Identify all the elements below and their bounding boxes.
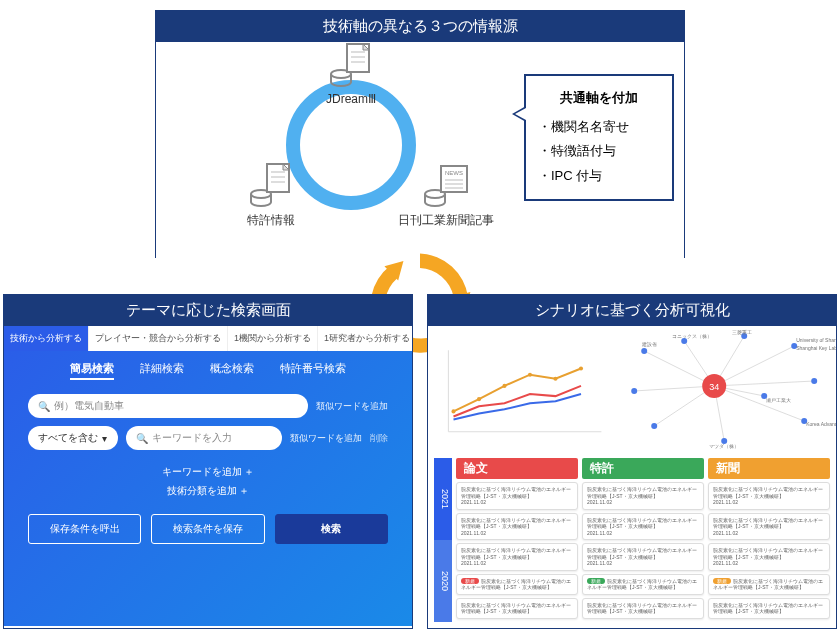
result-card[interactable]: 脱炭素化に基づく海洋リチウム電池のエネルギー管理戦略【J-ST・京大機械研】20… [582, 513, 704, 541]
callout-title: 共通軸を付加 [538, 86, 660, 111]
analysis-tabs: 技術から分析する プレイヤー・競合から分析する 1機関から分析する 1研究者から… [4, 326, 412, 351]
svg-point-19 [477, 397, 481, 401]
result-card[interactable]: 脱炭素化に基づく海洋リチウム電池のエネルギー管理戦略【J-ST・京大機械研】20… [708, 482, 830, 510]
placeholder: 例）電気自動車 [54, 399, 124, 413]
result-card[interactable]: 新規脱炭素化に基づく海洋リチウム電池のエネルギー管理戦略【J-ST・京大機械研】 [708, 574, 830, 595]
svg-text:三菱重工: 三菱重工 [732, 329, 752, 335]
cat-header-news: 新聞 [708, 458, 830, 479]
callout-item: ・IPC 付与 [538, 164, 660, 189]
svg-point-23 [579, 367, 583, 371]
db-jdream-label: JDreamⅢ [316, 92, 386, 106]
col-news: 新聞 脱炭素化に基づく海洋リチウム電池のエネルギー管理戦略【J-ST・京大機械研… [708, 458, 830, 622]
line-chart [428, 326, 612, 456]
callout-item: ・機関名名寄せ [538, 115, 660, 140]
search-ui: 技術から分析する プレイヤー・競合から分析する 1機関から分析する 1研究者から… [4, 326, 412, 626]
sources-title: 技術軸の異なる３つの情報源 [156, 11, 684, 42]
result-cards: 2021 2020 論文 脱炭素化に基づく海洋リチウム電池のエネルギー管理戦略【… [434, 458, 830, 622]
result-card[interactable]: 脱炭素化に基づく海洋リチウム電池のエネルギー管理戦略【J-ST・京大機械研】20… [456, 543, 578, 571]
tab-researcher[interactable]: 1研究者から分析する [318, 326, 412, 351]
svg-point-20 [502, 384, 506, 388]
keyword-input-1[interactable]: 🔍 例）電気自動車 [28, 394, 308, 418]
charts-area: 34 University of Shanghai for Science Sh… [428, 326, 836, 456]
center-node-label: 34 [709, 382, 719, 392]
result-card[interactable]: 脱炭素化に基づく海洋リチウム電池のエネルギー管理戦略【J-ST・京大機械研】20… [708, 543, 830, 571]
svg-text:コニックス（株）: コニックス（株） [672, 333, 712, 339]
sources-body: JDreamⅢ 特許情報 NEWS 日刊工業新聞記事 共 [156, 42, 684, 258]
subtab-patentno[interactable]: 特許番号検索 [280, 361, 346, 380]
db-patent: 特許情報 [231, 160, 311, 229]
db-jdream: JDreamⅢ [316, 40, 386, 106]
subtab-simple[interactable]: 簡易検索 [70, 361, 114, 380]
result-card[interactable]: 脱炭素化に基づく海洋リチウム電池のエネルギー管理戦略【J-ST・京大機械研】 [582, 598, 704, 619]
cat-header-papers: 論文 [456, 458, 578, 479]
add-similar-word[interactable]: 類似ワードを追加 [316, 400, 388, 413]
load-saved-button[interactable]: 保存条件を呼出 [28, 514, 141, 544]
search-body: 技術から分析する プレイヤー・競合から分析する 1機関から分析する 1研究者から… [4, 326, 412, 626]
search-panel: テーマに応じた検索画面 技術から分析する プレイヤー・競合から分析する 1機関か… [3, 294, 413, 629]
search-mode-tabs: 簡易検索 詳細検索 概念検索 特許番号検索 [4, 351, 412, 390]
viz-body: 34 University of Shanghai for Science Sh… [428, 326, 836, 626]
svg-line-26 [714, 381, 814, 386]
result-card[interactable]: 脱炭素化に基づく海洋リチウム電池のエネルギー管理戦略【J-ST・京大機械研】20… [456, 513, 578, 541]
result-card[interactable]: 新規脱炭素化に基づく海洋リチウム電池のエネルギー管理戦略【J-ST・京大機械研】 [582, 574, 704, 595]
tab-org[interactable]: 1機関から分析する [228, 326, 318, 351]
db-news: NEWS 日刊工業新聞記事 [391, 160, 501, 229]
result-card[interactable]: 脱炭素化に基づく海洋リチウム電池のエネルギー管理戦略【J-ST・京大機械研】20… [456, 482, 578, 510]
timeline-col: 2021 2020 [434, 458, 452, 622]
add-links: キーワードを追加 ＋ 技術分類を追加 ＋ [4, 454, 412, 508]
svg-text:マツダ（株）: マツダ（株） [709, 443, 739, 449]
subtab-detail[interactable]: 詳細検索 [140, 361, 184, 380]
result-card[interactable]: 脱炭素化に基づく海洋リチウム電池のエネルギー管理戦略【J-ST・京大機械研】 [456, 598, 578, 619]
subtab-concept[interactable]: 概念検索 [210, 361, 254, 380]
svg-text:瀬戸工業大: 瀬戸工業大 [766, 397, 791, 403]
sources-panel: 技術軸の異なる３つの情報源 JDreamⅢ 特許情報 [155, 10, 685, 258]
save-condition-button[interactable]: 検索条件を保存 [151, 514, 264, 544]
svg-text:建設省: 建設省 [641, 341, 657, 347]
search-title: テーマに応じた検索画面 [4, 295, 412, 326]
result-card[interactable]: 脱炭素化に基づく海洋リチウム電池のエネルギー管理戦略【J-ST・京大機械研】20… [582, 543, 704, 571]
chevron-down-icon: ▾ [102, 433, 107, 444]
db-patent-label: 特許情報 [231, 212, 311, 229]
tab-tech[interactable]: 技術から分析する [4, 326, 89, 351]
add-keyword-link[interactable]: キーワードを追加 ＋ [4, 462, 412, 481]
svg-point-22 [553, 377, 557, 381]
cat-header-patents: 特許 [582, 458, 704, 479]
search-icon: 🔍 [136, 433, 148, 444]
result-card[interactable]: 脱炭素化に基づく海洋リチウム電池のエネルギー管理戦略【J-ST・京大機械研】20… [708, 513, 830, 541]
year-label: 2021 [434, 458, 452, 540]
viz-title: シナリオに基づく分析可視化 [428, 295, 836, 326]
match-select[interactable]: すべてを含む ▾ [28, 426, 118, 450]
svg-text:Korea Advanced Inst. Sc: Korea Advanced Inst. Sc [806, 421, 836, 427]
result-card[interactable]: 新規脱炭素化に基づく海洋リチウム電池のエネルギー管理戦略【J-ST・京大機械研】 [456, 574, 578, 595]
network-chart: 34 University of Shanghai for Science Sh… [612, 326, 836, 456]
result-card[interactable]: 脱炭素化に基づく海洋リチウム電池のエネルギー管理戦略【J-ST・京大機械研】 [708, 598, 830, 619]
svg-point-41 [631, 388, 637, 394]
svg-text:NEWS: NEWS [445, 170, 463, 176]
col-papers: 論文 脱炭素化に基づく海洋リチウム電池のエネルギー管理戦略【J-ST・京大機械研… [456, 458, 578, 622]
svg-point-21 [528, 373, 532, 377]
add-similar-word[interactable]: 類似ワードを追加 [290, 432, 362, 445]
svg-point-35 [641, 348, 647, 354]
keyword-input-2[interactable]: 🔍 キーワードを入力 [126, 426, 282, 450]
db-news-label: 日刊工業新聞記事 [391, 212, 501, 229]
add-techclass-link[interactable]: 技術分類を追加 ＋ [4, 481, 412, 500]
result-card[interactable]: 脱炭素化に基づく海洋リチウム電池のエネルギー管理戦略【J-ST・京大機械研】20… [582, 482, 704, 510]
svg-text:University of Shanghai for Sci: University of Shanghai for Science [796, 337, 836, 343]
svg-point-18 [451, 409, 455, 413]
database-document-icon [329, 40, 373, 90]
callout-tail-icon [512, 106, 526, 122]
svg-line-30 [634, 386, 714, 391]
search-button[interactable]: 検索 [275, 514, 388, 544]
col-patents: 特許 脱炭素化に基づく海洋リチウム電池のエネルギー管理戦略【J-ST・京大機械研… [582, 458, 704, 622]
placeholder: キーワードを入力 [152, 431, 232, 445]
tab-player[interactable]: プレイヤー・競合から分析する [89, 326, 228, 351]
database-document-icon [249, 160, 293, 210]
search-icon: 🔍 [38, 401, 50, 412]
svg-line-27 [714, 386, 804, 421]
svg-point-37 [811, 378, 817, 384]
year-label: 2020 [434, 540, 452, 622]
callout-item: ・特徴語付与 [538, 139, 660, 164]
viz-panel: シナリオに基づく分析可視化 [427, 294, 837, 629]
delete-row[interactable]: 削除 [370, 432, 388, 445]
svg-point-40 [651, 423, 657, 429]
